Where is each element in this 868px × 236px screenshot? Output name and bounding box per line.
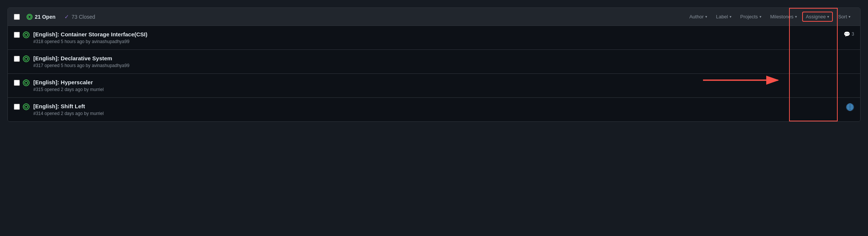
issue-meta: #314 opened 2 days ago by murriel xyxy=(33,111,838,116)
assignee-filter-label: Assignee xyxy=(806,14,826,19)
comment-number: 3 xyxy=(852,31,854,37)
issue-content: [English]: Shift Left #314 opened 2 days… xyxy=(33,103,838,116)
open-issues-button[interactable]: 21 Open xyxy=(26,12,56,21)
globe-svg xyxy=(846,103,854,111)
issue-row: [English]: Hyperscaler #315 opened 2 day… xyxy=(8,74,860,98)
issue-title[interactable]: [English]: Declarative System xyxy=(33,55,112,61)
sort-button[interactable]: Sort ▾ xyxy=(834,12,854,22)
issue-title[interactable]: [English]: Shift Left xyxy=(33,103,85,109)
label-filter-button[interactable]: Label ▾ xyxy=(712,12,735,22)
issue-open-icon xyxy=(23,79,30,86)
sort-label: Sort xyxy=(838,14,847,19)
issue-content: [English]: Hyperscaler #315 opened 2 day… xyxy=(33,79,847,92)
issue-content: [English]: Container Storage Interface(C… xyxy=(33,31,836,44)
milestones-filter-label: Milestones xyxy=(770,14,794,19)
closed-issues-button[interactable]: ✓ 73 Closed xyxy=(64,12,96,22)
projects-filter-button[interactable]: Projects ▾ xyxy=(737,12,765,22)
issue-checkbox[interactable] xyxy=(14,104,20,110)
issue-actions xyxy=(838,103,854,111)
issue-row: [English]: Container Storage Interface(C… xyxy=(8,26,860,50)
issue-content: [English]: Declarative System #317 opene… xyxy=(33,55,847,68)
open-issue-icon xyxy=(27,14,33,20)
open-count-label: 21 Open xyxy=(35,14,55,20)
issue-checkbox[interactable] xyxy=(14,56,20,62)
issue-open-icon xyxy=(23,55,30,62)
author-filter-button[interactable]: Author ▾ xyxy=(685,12,710,22)
assignee-filter-button[interactable]: Assignee ▾ xyxy=(802,12,833,22)
check-icon: ✓ xyxy=(64,13,69,20)
issue-meta: #315 opened 2 days ago by murriel xyxy=(33,87,847,92)
projects-chevron-icon: ▾ xyxy=(760,15,761,19)
closed-count-label: 73 Closed xyxy=(71,14,95,20)
issue-open-icon xyxy=(23,31,30,38)
header-right: Author ▾ Label ▾ Projects ▾ Milestones ▾… xyxy=(685,12,854,22)
issue-meta: #318 opened 5 hours ago by avinashupadhy… xyxy=(33,39,836,44)
comment-count: 💬 3 xyxy=(844,31,854,37)
issue-row: [English]: Declarative System #317 opene… xyxy=(8,50,860,74)
issue-meta: #317 opened 5 hours ago by avinashupadhy… xyxy=(33,63,847,68)
issue-checkbox[interactable] xyxy=(14,32,20,38)
issue-row: [English]: Shift Left #314 opened 2 days… xyxy=(8,98,860,121)
comment-icon: 💬 xyxy=(844,31,850,37)
label-filter-label: Label xyxy=(716,14,728,19)
milestones-chevron-icon: ▾ xyxy=(795,15,797,19)
author-filter-label: Author xyxy=(689,14,703,19)
issue-title[interactable]: [English]: Container Storage Interface(C… xyxy=(33,31,147,37)
issue-open-icon xyxy=(23,103,30,110)
select-all-checkbox[interactable] xyxy=(14,14,20,20)
assignee-avatar xyxy=(846,103,854,111)
status-filters: 21 Open ✓ 73 Closed xyxy=(26,12,96,22)
milestones-filter-button[interactable]: Milestones ▾ xyxy=(767,12,801,22)
projects-filter-label: Projects xyxy=(740,14,758,19)
issue-checkbox[interactable] xyxy=(14,80,20,86)
issue-actions: 💬 3 xyxy=(836,31,854,37)
author-chevron-icon: ▾ xyxy=(705,15,707,19)
issues-header: 21 Open ✓ 73 Closed Author ▾ Label ▾ Pro… xyxy=(8,8,860,26)
sort-chevron-icon: ▾ xyxy=(849,15,850,19)
issues-list-container: 21 Open ✓ 73 Closed Author ▾ Label ▾ Pro… xyxy=(7,7,861,122)
header-left: 21 Open ✓ 73 Closed xyxy=(14,12,685,22)
assignee-chevron-icon: ▾ xyxy=(827,15,829,19)
issue-title[interactable]: [English]: Hyperscaler xyxy=(33,79,93,85)
label-chevron-icon: ▾ xyxy=(730,15,731,19)
